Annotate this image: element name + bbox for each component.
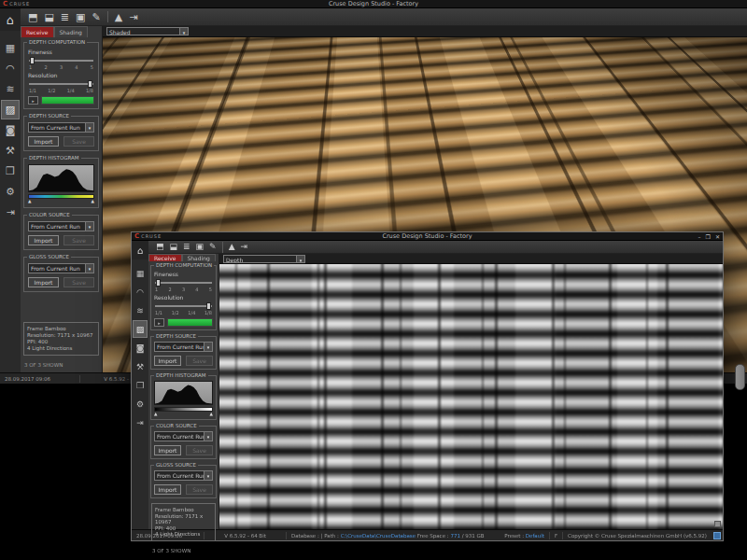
layers-icon[interactable]: ≣: [183, 242, 190, 252]
export-icon[interactable]: ⇥: [129, 12, 137, 22]
minimize-icon[interactable]: –: [698, 232, 701, 241]
scan-resolution: Resolution: 7171 x 10967: [27, 332, 95, 339]
layers-icon[interactable]: ≣: [61, 12, 69, 22]
depth-histogram-group: DEPTH HISTOGRAM ▲ ▲: [150, 375, 217, 420]
pyramid-icon[interactable]: ▲: [115, 12, 122, 22]
gloss-import-button[interactable]: Import: [28, 277, 59, 287]
resolution-slider-handle[interactable]: [206, 302, 211, 310]
color-source-dropdown[interactable]: From Current Run ▾: [154, 431, 213, 441]
tab-shading[interactable]: Shading: [54, 26, 88, 37]
depth-left-rail: ⌂ ▦ ◠ ≋ ▨ ◙ ⚒ ❒ ⚙ ⇥: [132, 241, 148, 529]
save-icon[interactable]: ▣: [196, 242, 204, 252]
rail-parts[interactable]: ❒: [133, 376, 148, 394]
import-scan-icon[interactable]: ⬓: [44, 12, 53, 22]
depth-save-button[interactable]: Save: [63, 136, 94, 147]
maximize-icon[interactable]: ❒: [706, 232, 711, 241]
export-icon[interactable]: ⇥: [241, 242, 248, 252]
depth-source-dropdown[interactable]: From Current Run ▾: [28, 122, 94, 133]
rail-material[interactable]: ▨: [1, 100, 20, 119]
compute-run-button[interactable]: ▸: [28, 96, 38, 105]
edit-icon[interactable]: ✎: [209, 242, 217, 252]
color-import-button[interactable]: Import: [154, 445, 181, 455]
database-path-link[interactable]: C:\CruseData\CruseDatabase: [341, 533, 416, 539]
fineness-slider[interactable]: [29, 57, 93, 64]
color-import-button[interactable]: Import: [28, 235, 59, 245]
depth-statusbar: 28.09.2017 09:06 V 6.5.92 - 64 Bit Datab…: [132, 529, 723, 540]
import-scan-icon[interactable]: ⬓: [170, 242, 178, 252]
fineness-slider[interactable]: [155, 279, 212, 287]
rail-exit[interactable]: ⇥: [133, 413, 148, 431]
scan-info-box: Frame Bamboo Resolution: 7171 x 10967 PP…: [23, 322, 99, 356]
rail-exit[interactable]: ⇥: [1, 203, 20, 222]
tab-receive[interactable]: Receive: [21, 26, 54, 37]
rail-scan-head[interactable]: ◠: [133, 283, 148, 301]
save-icon[interactable]: ▣: [76, 12, 85, 22]
main-titlebar[interactable]: C CRUSE Cruse Design Studio - Factory: [0, 0, 747, 8]
gradient-marker-high[interactable]: ▲: [92, 199, 94, 203]
grid-view-icon: ▦: [6, 42, 15, 54]
scan-head-icon: ◠: [6, 63, 15, 75]
tab-receive[interactable]: Receive: [148, 254, 182, 261]
depth-source-dropdown[interactable]: From Current Run ▾: [154, 342, 213, 352]
view-mode-dropdown[interactable]: Shaded ▾: [106, 27, 189, 35]
rail-settings[interactable]: ⚙: [133, 395, 148, 413]
open-project-icon[interactable]: ⬒: [156, 242, 164, 252]
gradient-marker-high[interactable]: ▲: [210, 412, 213, 416]
home-button[interactable]: ⌂: [132, 241, 148, 259]
open-project-icon[interactable]: ⬒: [28, 12, 37, 22]
gloss-save-button[interactable]: Save: [186, 484, 213, 495]
gloss-source-dropdown[interactable]: From Current Run ▾: [154, 470, 213, 481]
resolution-slider[interactable]: [29, 80, 93, 88]
depth-titlebar[interactable]: C CRUSE Cruse Design Studio - Factory – …: [132, 232, 723, 241]
depth-save-button[interactable]: Save: [186, 356, 213, 366]
gloss-import-button[interactable]: Import: [154, 484, 181, 495]
tab-shading[interactable]: Shading: [182, 254, 216, 261]
scan-ppi: PPI: 400: [27, 339, 95, 345]
rail-grid-view[interactable]: ▦: [1, 38, 20, 58]
rail-projector[interactable]: ◙: [133, 339, 148, 357]
rail-settings[interactable]: ⚙: [1, 182, 20, 202]
gloss-save-button[interactable]: Save: [63, 277, 94, 287]
view-mode-dropdown[interactable]: Depth ▾: [223, 255, 305, 263]
panel-tabs: Receive Shading: [148, 254, 218, 261]
rail-projector[interactable]: ◙: [1, 120, 20, 140]
depth-import-button[interactable]: Import: [154, 356, 181, 366]
preset-link[interactable]: Default: [526, 533, 544, 539]
info-icon[interactable]: [713, 532, 721, 539]
resolution-slider[interactable]: [155, 302, 212, 310]
pyramid-icon[interactable]: ▲: [229, 242, 235, 252]
fineness-slider-handle[interactable]: [30, 57, 35, 64]
color-source-group: COLOR SOURCE From Current Run ▾ Import S…: [23, 215, 99, 250]
home-button[interactable]: ⌂: [0, 8, 21, 31]
grid-view-icon: ▦: [136, 269, 145, 278]
fineness-ticks: 1 2 3 4 5: [154, 287, 213, 292]
depth-import-button[interactable]: Import: [28, 136, 59, 147]
resolution-slider-handle[interactable]: [88, 80, 92, 88]
compute-run-button[interactable]: ▸: [154, 318, 164, 327]
color-save-button[interactable]: Save: [186, 445, 213, 455]
gloss-source-dropdown[interactable]: From Current Run ▾: [28, 263, 94, 273]
gradient-marker-low[interactable]: ▲: [28, 199, 31, 203]
edit-icon[interactable]: ✎: [92, 12, 100, 22]
rail-grid-view[interactable]: ▦: [133, 264, 148, 282]
gradient-marker-low[interactable]: ▲: [154, 412, 157, 416]
color-save-button[interactable]: Save: [63, 235, 94, 245]
resize-grip[interactable]: [714, 521, 721, 527]
rail-layers[interactable]: ≋: [133, 301, 148, 319]
rail-scan-head[interactable]: ◠: [1, 59, 20, 78]
rail-tools[interactable]: ⚒: [1, 141, 20, 161]
rail-layers[interactable]: ≋: [1, 79, 20, 99]
close-icon[interactable]: ✕: [715, 232, 720, 241]
color-source-dropdown[interactable]: From Current Run ▾: [28, 221, 94, 231]
fineness-slider-handle[interactable]: [156, 279, 161, 287]
depth-map-viewport[interactable]: [219, 264, 723, 529]
rail-material[interactable]: ▨: [133, 320, 148, 338]
status-timestamp: 28.09.2017 09:06: [0, 375, 80, 383]
scrollbar-thumb[interactable]: [735, 364, 745, 390]
rail-tools[interactable]: ⚒: [133, 357, 148, 375]
status-copyright: Copyright © Cruse Spezialmaschinen GmbH …: [563, 532, 712, 539]
chevron-down-icon: ▾: [179, 28, 188, 35]
gloss-source-group: GLOSS SOURCE From Current Run ▾ Import S…: [150, 465, 217, 498]
rail-parts[interactable]: ❒: [1, 161, 20, 181]
desktop: C CRUSE Cruse Design Studio - Factory ⌂ …: [0, 0, 747, 560]
